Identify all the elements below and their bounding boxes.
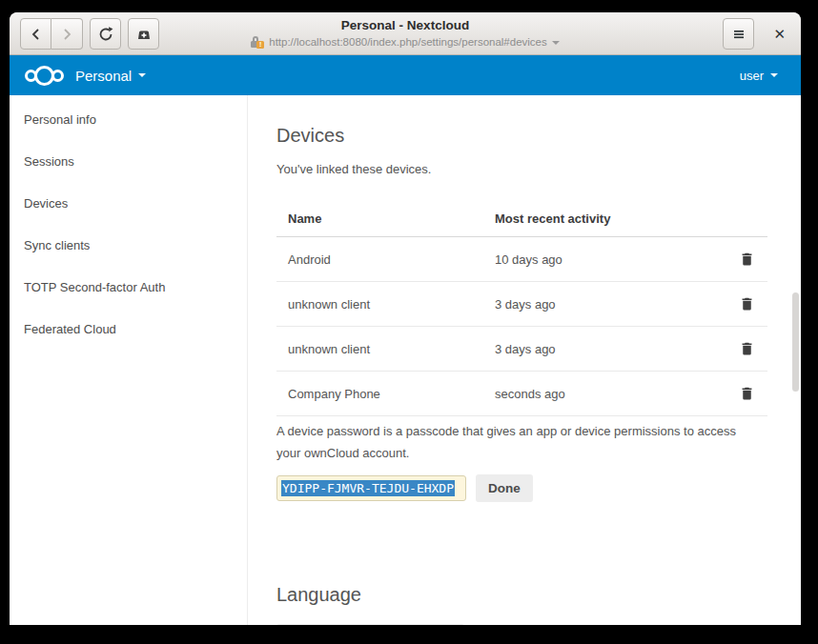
done-button[interactable]: Done (476, 474, 533, 502)
device-name: Android (276, 237, 483, 282)
devices-section: Devices You've linked these devices. Nam… (248, 95, 801, 625)
app-menu-label: Personal (75, 68, 132, 84)
device-name: unknown client (276, 327, 483, 372)
sidebar-item-devices[interactable]: Devices (10, 182, 247, 224)
device-password-hint: A device password is a passcode that giv… (276, 421, 753, 465)
delete-device-button[interactable] (737, 383, 757, 403)
delete-device-button[interactable] (737, 338, 757, 358)
column-header-name: Name (276, 203, 483, 237)
device-activity: seconds ago (483, 372, 725, 416)
delete-device-button[interactable] (737, 293, 757, 313)
trash-icon (739, 295, 755, 312)
insecure-lock-icon: ! (251, 36, 264, 49)
page-content: Personal info Sessions Devices Sync clie… (10, 95, 801, 625)
user-menu[interactable]: user (740, 69, 778, 83)
url-dropdown-caret-icon (552, 41, 560, 45)
close-icon: ✕ (773, 26, 786, 42)
devices-title: Devices (276, 125, 801, 147)
table-row: unknown client 3 days ago (276, 327, 767, 372)
device-activity: 3 days ago (483, 327, 725, 372)
column-header-activity: Most recent activity (483, 203, 725, 237)
sidebar-item-totp[interactable]: TOTP Second-factor Auth (10, 266, 247, 308)
table-row: Company Phone seconds ago (276, 372, 767, 416)
sidebar-item-sessions[interactable]: Sessions (10, 140, 247, 182)
language-select[interactable]: English (276, 624, 464, 626)
nextcloud-header: Personal user (10, 55, 801, 95)
table-row: Android 10 days ago (276, 237, 767, 282)
device-name: Company Phone (276, 372, 483, 416)
vertical-scrollbar-thumb[interactable] (792, 292, 799, 392)
table-row: unknown client 3 days ago (276, 282, 767, 327)
trash-icon (739, 251, 755, 267)
devices-table: Name Most recent activity Android 10 day… (276, 203, 767, 416)
security-warning-badge: ! (256, 41, 264, 49)
device-name: unknown client (276, 282, 483, 327)
app-menu-caret-icon (138, 73, 146, 77)
settings-sidebar: Personal info Sessions Devices Sync clie… (10, 95, 248, 625)
url-bar[interactable]: ! http://localhost:8080/index.php/settin… (10, 35, 801, 50)
close-window-button[interactable]: ✕ (767, 22, 791, 47)
sidebar-item-personal-info[interactable]: Personal info (10, 98, 247, 140)
app-menu[interactable]: Personal (75, 68, 146, 84)
device-activity: 3 days ago (483, 282, 725, 327)
nextcloud-logo-icon (25, 66, 64, 86)
delete-device-button[interactable] (737, 249, 757, 269)
device-password-value: YDIPP-FJMVR-TEJDU-EHXDP (281, 480, 455, 496)
user-menu-caret-icon (770, 73, 778, 77)
device-password-field[interactable]: YDIPP-FJMVR-TEJDU-EHXDP (276, 475, 466, 501)
sidebar-item-sync-clients[interactable]: Sync clients (10, 224, 247, 266)
url-text: http://localhost:8080/index.php/settings… (269, 35, 547, 50)
user-menu-label: user (740, 69, 764, 83)
trash-icon (739, 385, 755, 401)
devices-subtitle: You've linked these devices. (276, 162, 801, 176)
hamburger-menu-icon (731, 27, 746, 42)
sidebar-item-federated-cloud[interactable]: Federated Cloud (10, 308, 247, 350)
menu-button[interactable] (723, 18, 754, 50)
browser-window: Personal - Nextcloud ! http://localhost:… (10, 12, 801, 625)
titlebar: Personal - Nextcloud ! http://localhost:… (10, 12, 801, 55)
trash-icon (739, 340, 755, 356)
language-title: Language (276, 584, 801, 606)
device-activity: 10 days ago (483, 237, 725, 282)
